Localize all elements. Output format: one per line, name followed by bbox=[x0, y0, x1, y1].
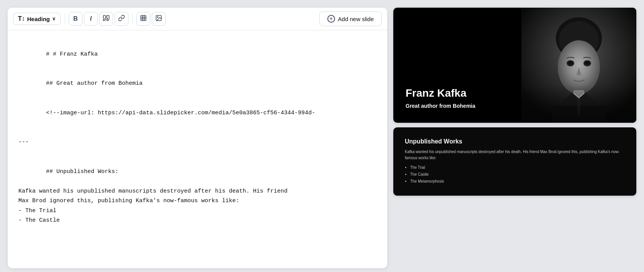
image-button[interactable] bbox=[152, 12, 166, 26]
toolbar: T↕ Heading ∨ B I bbox=[8, 8, 387, 30]
bold-icon: B bbox=[73, 15, 78, 22]
table-icon bbox=[140, 15, 147, 23]
editor-line-10: Max Brod ignored this, publishing Kafka'… bbox=[18, 196, 376, 206]
kafka-portrait-svg bbox=[521, 8, 636, 123]
slide-2: Unpublished Works Kafka wanted his unpub… bbox=[393, 127, 636, 196]
chevron-down-icon: ∨ bbox=[52, 16, 56, 21]
blockquote-button[interactable] bbox=[99, 12, 113, 26]
slide-1-subtitle: Great author from Bohemia bbox=[406, 103, 509, 109]
editor-line-6: --- bbox=[18, 137, 376, 147]
toolbar-divider-2 bbox=[132, 13, 133, 24]
link-icon bbox=[118, 15, 125, 23]
list-item: The Castle bbox=[410, 171, 625, 178]
plus-circle-icon: + bbox=[327, 15, 335, 23]
svg-point-13 bbox=[568, 61, 573, 65]
slide-2-list: The Trial The Castle The Metamorphosis bbox=[405, 164, 625, 185]
heading-dropdown-button[interactable]: T↕ Heading ∨ bbox=[13, 13, 61, 25]
toolbar-divider-1 bbox=[64, 13, 65, 24]
image-icon bbox=[155, 15, 162, 23]
editor-line-7 bbox=[18, 147, 376, 157]
table-button[interactable] bbox=[136, 12, 150, 26]
slide-1: Franz Kafka Great author from Bohemia bbox=[393, 8, 636, 123]
preview-panel: Franz Kafka Great author from Bohemia bbox=[393, 8, 636, 268]
list-item: The Trial bbox=[410, 164, 625, 171]
svg-rect-17 bbox=[521, 84, 636, 123]
slide-1-image bbox=[521, 8, 636, 123]
hash1-symbol: # bbox=[46, 51, 53, 58]
editor-line-9: Kafka wanted his unpublished manuscripts… bbox=[18, 186, 376, 196]
image-url-text: <!--image-url: https://api-data.slidepic… bbox=[46, 110, 315, 116]
editor-panel: T↕ Heading ∨ B I bbox=[8, 8, 387, 268]
editor-line-3: <!--image-url: https://api-data.slidepic… bbox=[18, 98, 376, 128]
editor-line-11: - The Trial bbox=[18, 206, 376, 216]
svg-point-14 bbox=[585, 61, 590, 65]
slide-2-title: Unpublished Works bbox=[405, 138, 625, 145]
subtitle-text: Great author from Bohemia bbox=[56, 80, 143, 87]
svg-rect-0 bbox=[141, 15, 146, 21]
app-container: T↕ Heading ∨ B I bbox=[8, 8, 636, 268]
slide-1-content: Franz Kafka Great author from Bohemia bbox=[393, 8, 521, 123]
link-button[interactable] bbox=[115, 12, 128, 26]
editor-content[interactable]: # # Franz Kafka ## Great author from Boh… bbox=[8, 30, 387, 268]
text-type-icon: T↕ bbox=[18, 15, 25, 22]
italic-button[interactable]: I bbox=[84, 12, 98, 26]
hash2-symbol: ## bbox=[46, 80, 56, 87]
slide-2-body: Kafka wanted his unpublished manuscripts… bbox=[405, 149, 625, 161]
editor-line-8: ## Unpublished Works: bbox=[18, 157, 376, 186]
editor-line-12: - The Castle bbox=[18, 216, 376, 226]
hash2-works: ## bbox=[46, 168, 56, 175]
bold-button[interactable]: B bbox=[69, 12, 82, 26]
add-slide-button[interactable]: + Add new slide bbox=[319, 12, 382, 26]
works-heading: Unpublished Works: bbox=[56, 168, 118, 175]
svg-point-6 bbox=[157, 16, 158, 17]
blockquote-icon bbox=[103, 15, 110, 23]
add-slide-label: Add new slide bbox=[338, 16, 374, 22]
editor-line-1: # # Franz Kafka bbox=[18, 40, 376, 69]
editor-line-5 bbox=[18, 128, 376, 138]
editor-line-2: ## Great author from Bohemia bbox=[18, 69, 376, 99]
italic-icon: I bbox=[90, 15, 92, 22]
list-item: The Metamorphosis bbox=[410, 178, 625, 185]
heading-label: Heading bbox=[27, 16, 50, 22]
slide-1-title: Franz Kafka bbox=[406, 87, 509, 100]
